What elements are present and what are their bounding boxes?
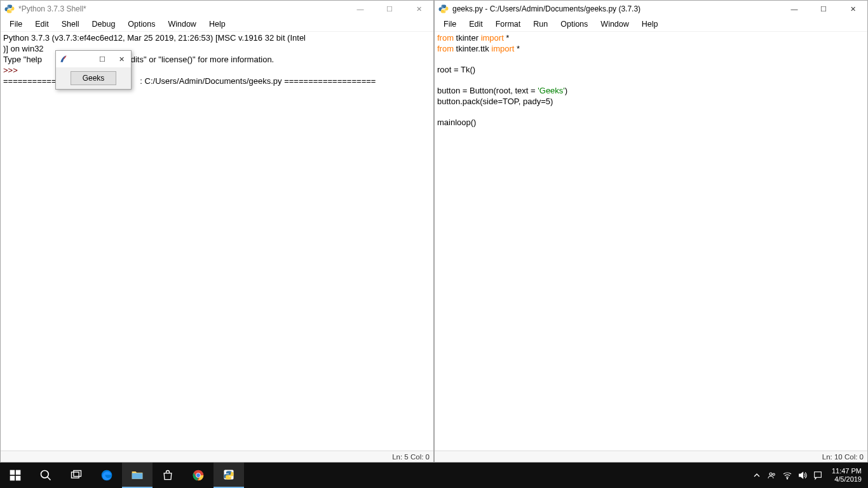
code: * <box>504 33 510 43</box>
menu-window[interactable]: Window <box>594 18 635 30</box>
shell-statusbar: Ln: 5 Col: 0 <box>1 451 433 462</box>
system-tray: 11:47 PM 4/5/2019 <box>752 467 868 484</box>
shell-line: Python 3.7.3 (v3.7.3:ef4ec6ed12, Mar 25 … <box>3 33 306 43</box>
shell-titlebar[interactable]: *Python 3.7.3 Shell* — ☐ ✕ <box>1 1 433 17</box>
svg-rect-2 <box>10 476 15 481</box>
close-button[interactable]: ✕ <box>404 1 433 17</box>
svg-point-13 <box>770 473 772 475</box>
tk-window-controls: ☐ ✕ <box>93 51 131 67</box>
svg-rect-1 <box>16 470 21 475</box>
shell-line: Type "help <box>3 55 42 64</box>
close-button[interactable]: ✕ <box>112 51 131 67</box>
code: root = Tk() <box>437 65 475 74</box>
start-button[interactable] <box>0 463 31 488</box>
python-icon <box>438 4 449 14</box>
kw: from <box>437 44 454 53</box>
menu-options[interactable]: Options <box>554 18 594 30</box>
minimize-button[interactable]: — <box>780 1 809 17</box>
task-view-button[interactable] <box>61 463 92 488</box>
chrome-icon[interactable] <box>183 463 214 488</box>
store-icon[interactable] <box>153 463 183 488</box>
svg-line-5 <box>48 477 51 480</box>
shell-menubar: File Edit Shell Debug Options Window Hel… <box>1 17 433 31</box>
svg-rect-3 <box>16 476 21 481</box>
code: mainloop() <box>437 118 476 127</box>
shell-text-area[interactable]: Python 3.7.3 (v3.7.3:ef4ec6ed12, Mar 25 … <box>1 31 433 451</box>
code: ) <box>565 86 567 95</box>
code: * <box>514 44 520 53</box>
shell-window-controls: — ☐ ✕ <box>346 1 433 17</box>
editor-statusbar: Ln: 10 Col: 0 <box>435 451 867 462</box>
menu-debug[interactable]: Debug <box>86 18 122 30</box>
editor-window-title: geeks.py - C:/Users/Admin/Documents/geek… <box>452 4 780 13</box>
menu-options[interactable]: Options <box>121 18 161 30</box>
svg-rect-6 <box>72 472 79 478</box>
shell-cursor-position: Ln: 5 Col: 0 <box>392 453 430 461</box>
action-center-icon[interactable] <box>813 470 823 480</box>
clock-time: 11:47 PM <box>832 467 862 475</box>
code: button.pack(side=TOP, pady=5) <box>437 97 553 106</box>
menu-format[interactable]: Format <box>489 18 527 30</box>
svg-point-15 <box>787 478 787 479</box>
windows-taskbar: 11:47 PM 4/5/2019 <box>0 463 868 488</box>
svg-point-11 <box>196 473 200 477</box>
menu-window[interactable]: Window <box>161 18 202 30</box>
svg-rect-0 <box>10 470 15 475</box>
tk-titlebar[interactable]: ☐ ✕ <box>56 51 131 67</box>
svg-rect-16 <box>815 472 822 478</box>
maximize-button[interactable]: ☐ <box>93 51 112 67</box>
editor-window-controls: — ☐ ✕ <box>780 1 867 17</box>
editor-cursor-position: Ln: 10 Col: 0 <box>822 453 864 461</box>
menu-help[interactable]: Help <box>203 18 232 30</box>
shell-restart-path: : C:/Users/Admin/Documents/geeks.py ====… <box>140 76 376 86</box>
menu-run[interactable]: Run <box>527 18 554 30</box>
kw: import <box>481 33 504 43</box>
menu-file[interactable]: File <box>437 18 463 30</box>
volume-icon[interactable] <box>797 470 808 480</box>
svg-rect-7 <box>74 471 81 477</box>
svg-point-4 <box>41 471 49 478</box>
maximize-button[interactable]: ☐ <box>375 1 404 17</box>
menu-edit[interactable]: Edit <box>29 18 55 30</box>
editor-menubar: File Edit Format Run Options Window Help <box>435 17 867 31</box>
menu-shell[interactable]: Shell <box>55 18 86 30</box>
editor-text-area[interactable]: from tkinter import * from tkinter.ttk i… <box>435 31 867 451</box>
taskbar-clock[interactable]: 11:47 PM 4/5/2019 <box>828 467 862 484</box>
idle-taskbar-icon[interactable] <box>214 463 244 488</box>
tray-chevron-icon[interactable] <box>752 470 762 480</box>
shell-window-title: *Python 3.7.3 Shell* <box>18 4 346 13</box>
menu-help[interactable]: Help <box>635 18 665 30</box>
code: tkinter <box>454 33 481 43</box>
file-explorer-icon[interactable] <box>122 463 153 488</box>
menu-file[interactable]: File <box>3 18 29 30</box>
clock-date: 4/5/2019 <box>832 475 862 484</box>
kw: from <box>437 33 454 43</box>
editor-titlebar[interactable]: geeks.py - C:/Users/Admin/Documents/geek… <box>435 1 867 17</box>
shell-line: )] on win32 <box>3 44 44 53</box>
wifi-icon[interactable] <box>782 470 792 480</box>
shell-prompt: >>> <box>3 65 18 75</box>
search-button[interactable] <box>31 463 61 488</box>
maximize-button[interactable]: ☐ <box>809 1 838 17</box>
kw: import <box>491 44 514 53</box>
editor-window: geeks.py - C:/Users/Admin/Documents/geek… <box>434 0 868 463</box>
menu-edit[interactable]: Edit <box>463 18 489 30</box>
close-button[interactable]: ✕ <box>838 1 867 17</box>
tk-app-window[interactable]: ☐ ✕ Geeks <box>55 50 132 90</box>
tk-body: Geeks <box>56 67 131 89</box>
edge-icon[interactable] <box>92 463 122 488</box>
minimize-button[interactable]: — <box>346 1 375 17</box>
tk-feather-icon <box>58 54 69 64</box>
string: 'Geeks' <box>538 86 565 95</box>
python-icon <box>4 4 15 14</box>
shell-line: "credits" or "license()" for more inform… <box>116 55 274 64</box>
code: button = Button(root, text = <box>437 86 538 95</box>
geeks-button[interactable]: Geeks <box>71 71 117 85</box>
svg-point-14 <box>773 473 775 475</box>
people-icon[interactable] <box>767 470 777 480</box>
code: tkinter.ttk <box>454 44 491 53</box>
